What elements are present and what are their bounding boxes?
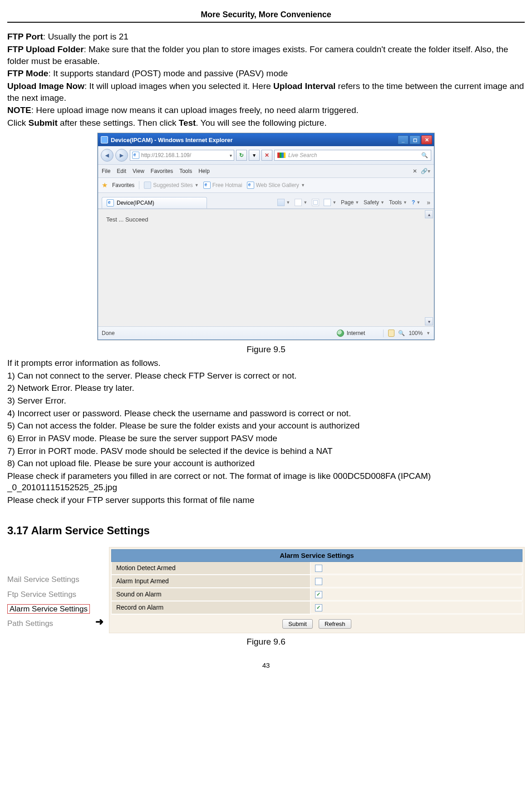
intro-text: FTP Port: Usually the port is 21 FTP Upl… — [7, 31, 525, 128]
upload-now-a: : It will upload images when you selecte… — [84, 81, 273, 91]
search-placeholder: Live Search — [288, 152, 317, 159]
free-hotmail-label: Free Hotmai — [212, 182, 242, 189]
click-a: Click — [7, 118, 28, 128]
alarm-label-input: Alarm Input Armed — [111, 575, 310, 588]
tools-menu[interactable]: Tools▼ — [389, 199, 407, 206]
maximize-button[interactable]: ◻ — [409, 135, 420, 144]
chevron-down-icon: ▼ — [195, 182, 199, 188]
zoom-dropdown-icon[interactable]: ▼ — [426, 330, 430, 336]
error-8: 8) Can not upload file. Please be sure y… — [7, 458, 525, 469]
tab-ie-icon — [107, 199, 114, 207]
alarm-label-sound: Sound on Alarm — [111, 588, 310, 601]
page-content: Test ... Succeed ▴ ▾ — [98, 209, 434, 326]
feeds-button[interactable]: ▼ — [295, 199, 307, 206]
nav-row: ◄ ► http://192.168.1.109/ ▾ ↻ ▾ ✕ Live S… — [98, 146, 434, 165]
browser-window: Device(IPCAM) - Windows Internet Explore… — [98, 133, 434, 340]
checkbox-input[interactable] — [315, 578, 322, 585]
check-ftp: Please check if your FTP server supports… — [7, 494, 525, 506]
refresh-button[interactable]: ↻ — [236, 150, 247, 161]
error-4: 4) Incorrect user or password. Please ch… — [7, 408, 525, 419]
back-button[interactable]: ◄ — [101, 149, 113, 162]
error-1: 1) Can not connect to the server. Please… — [7, 370, 525, 382]
search-box[interactable]: Live Search 🔍 — [274, 150, 431, 161]
menu-file[interactable]: File — [102, 167, 110, 175]
print-icon — [324, 199, 331, 206]
figure-9-6-caption: Figure 9.6 — [7, 636, 525, 648]
menu-edit[interactable]: Edit — [117, 167, 126, 175]
address-bar[interactable]: http://192.168.1.109/ ▾ — [130, 150, 234, 161]
alarm-figure: Mail Service Settings Ftp Service Settin… — [7, 547, 525, 633]
protected-mode-icon — [388, 330, 394, 337]
more-chevron-icon[interactable]: » — [427, 198, 430, 207]
check-params: Please check if parameters you filled in… — [7, 470, 525, 493]
free-hotmail-link[interactable]: Free Hotmai — [203, 182, 242, 189]
ftp-folder-label: FTP Upload Folder — [7, 44, 84, 54]
search-icon[interactable]: 🔍 — [421, 152, 428, 159]
status-zone: Internet — [347, 330, 365, 337]
upload-now-label: Upload Image Now — [7, 81, 84, 91]
help-button[interactable]: ?▼ — [412, 199, 420, 206]
suggested-sites-link[interactable]: Suggested Sites ▼ — [144, 182, 198, 189]
favorites-star-icon[interactable]: ★ — [102, 181, 108, 190]
error-5: 5) Can not access the folder. Please be … — [7, 420, 525, 432]
scrollbar-up[interactable]: ▴ — [425, 210, 433, 218]
readmail-button[interactable] — [312, 199, 319, 206]
link-ftp-settings[interactable]: Ftp Service Settings — [7, 587, 90, 602]
submit-button[interactable]: Submit — [282, 619, 312, 629]
titlebar: Device(IPCAM) - Windows Internet Explore… — [98, 133, 434, 146]
page-number: 43 — [7, 661, 525, 670]
menu-tools[interactable]: Tools — [179, 167, 192, 175]
safety-menu[interactable]: Safety▼ — [364, 199, 384, 206]
window-title: Device(IPCAM) - Windows Internet Explore… — [111, 136, 233, 144]
section-title: 3.17 Alarm Service Settings — [7, 523, 525, 538]
mail-icon — [312, 199, 319, 206]
click-submit: Submit — [28, 118, 57, 128]
page-menu[interactable]: Page▼ — [341, 199, 359, 206]
stop-button[interactable]: ✕ — [261, 150, 272, 161]
minimize-button[interactable]: _ — [398, 135, 409, 144]
alarm-panel-title: Alarm Service Settings — [111, 549, 522, 562]
link-mail-settings[interactable]: Mail Service Settings — [7, 572, 90, 587]
compat-button[interactable]: ▾ — [249, 150, 260, 161]
forward-button[interactable]: ► — [115, 149, 128, 162]
search-provider-icon — [277, 153, 286, 158]
ie-page-icon — [132, 152, 139, 159]
globe-icon — [337, 330, 344, 337]
checkbox-sound[interactable]: ✓ — [315, 591, 322, 598]
tab-row: Device(IPCAM) ▼ ▼ ▼ Page▼ Safety▼ Tools▼… — [98, 193, 434, 209]
click-test: Test — [179, 118, 196, 128]
alarm-label-motion: Motion Detect Armed — [111, 562, 310, 575]
favorites-label[interactable]: Favorites — [112, 182, 134, 189]
link-path-settings[interactable]: Path Settings — [7, 616, 90, 631]
zoom-icon[interactable]: 🔍 — [398, 330, 405, 337]
error-intro: If it prompts error information as follo… — [7, 357, 525, 369]
web-slice-link[interactable]: Web Slice Gallery ▼ — [247, 182, 305, 189]
ftp-port-text: : Usually the port is 21 — [43, 32, 128, 41]
tab-device[interactable]: Device(IPCAM) — [102, 197, 207, 208]
status-bar: Done Internet 🔍 100% ▼ — [98, 326, 434, 340]
home-button[interactable]: ▼ — [277, 199, 290, 206]
alarm-label-record: Record on Alarm — [111, 601, 310, 614]
click-c: . You will see the following picture. — [196, 118, 326, 128]
close-button[interactable]: ✕ — [421, 135, 432, 144]
address-dropdown-icon[interactable]: ▾ — [230, 153, 232, 159]
separator — [139, 181, 139, 189]
refresh-button[interactable]: Refresh — [319, 619, 351, 629]
menu-extra-icon[interactable]: 🔗▾ — [421, 167, 430, 175]
zoom-level[interactable]: 100% — [409, 330, 423, 337]
print-button[interactable]: ▼ — [324, 199, 336, 206]
menu-favorites[interactable]: Favorites — [151, 167, 173, 175]
site-icon — [144, 182, 151, 189]
alarm-row-sound: Sound on Alarm ✓ — [111, 588, 522, 601]
page-header: More Security, More Convenience — [7, 9, 525, 23]
menu-view[interactable]: View — [133, 167, 144, 175]
link-alarm-settings-selected[interactable]: Alarm Service Settings — [7, 604, 90, 614]
scrollbar-down[interactable]: ▾ — [425, 317, 433, 325]
favorites-row: ★ Favorites Suggested Sites ▼ Free Hotma… — [98, 178, 434, 193]
menu-close-icon[interactable]: ✕ — [413, 167, 417, 175]
checkbox-motion[interactable] — [315, 565, 322, 572]
menu-help[interactable]: Help — [198, 167, 210, 175]
arrow-icon: ➜ — [94, 615, 104, 633]
home-icon — [277, 199, 285, 206]
checkbox-record[interactable]: ✓ — [315, 604, 322, 611]
